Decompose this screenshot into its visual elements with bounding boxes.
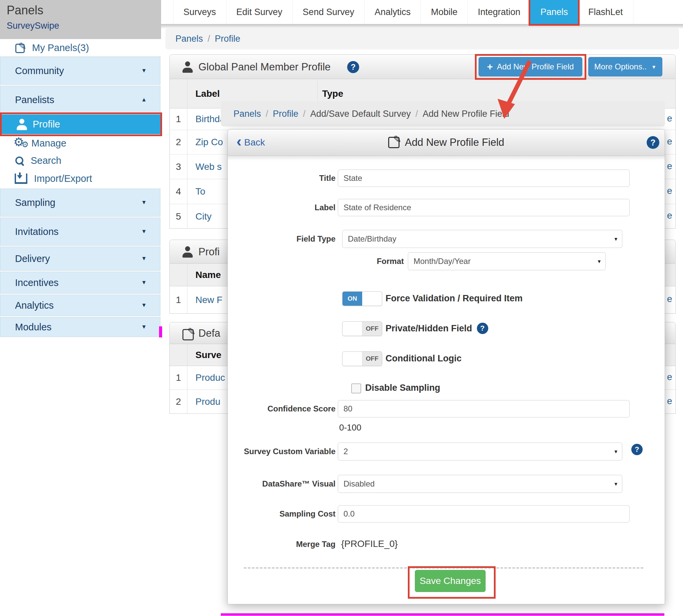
column-header-label: Label <box>196 79 220 108</box>
clipped-link-fragment[interactable]: e <box>667 210 672 221</box>
clipped-link-fragment[interactable]: e <box>667 396 672 406</box>
my-panels-label: My Panels(3) <box>32 39 89 57</box>
sidebar-item-search[interactable]: Search <box>0 152 161 169</box>
chevron-down-icon: ▼ <box>141 67 147 74</box>
chevron-down-icon: ▼ <box>141 279 147 286</box>
select-caret-icon: ▾ <box>614 448 617 455</box>
profiles-panel-title: Profi <box>199 240 220 264</box>
sidebar-section-modules[interactable]: Modules ▼ <box>0 317 160 337</box>
select-caret-icon: ▾ <box>614 481 617 487</box>
tab-send-survey[interactable]: Send Survey <box>293 0 365 24</box>
tab-surveys[interactable]: Surveys <box>173 0 226 24</box>
clipped-link-fragment[interactable]: e <box>667 372 672 382</box>
help-icon[interactable]: ? <box>647 136 659 149</box>
label-input[interactable] <box>338 199 630 216</box>
title-input[interactable] <box>338 170 630 187</box>
sidebar-subtitle: SurveySwipe <box>7 21 59 31</box>
sidebar-header: Panels SurveySwipe <box>0 0 161 39</box>
tab-analytics[interactable]: Analytics <box>364 0 420 24</box>
sidebar-section-invitations[interactable]: Invitations ▼ <box>0 218 160 246</box>
field-link[interactable]: Web s <box>196 161 222 172</box>
edit-icon: ✎ <box>182 329 194 340</box>
magenta-line <box>221 613 664 616</box>
chevron-down-icon: ▼ <box>141 302 147 309</box>
label-field-label: Label <box>228 203 336 212</box>
conditional-logic-label: Conditional Logic <box>386 351 461 366</box>
annotation-arrow <box>493 60 540 127</box>
field-link[interactable]: To <box>196 186 205 197</box>
help-icon[interactable]: ? <box>631 444 643 455</box>
sidebar-item-my-panels[interactable]: ✎ My Panels(3) <box>0 39 161 57</box>
sidebar-title: Panels <box>7 3 43 17</box>
column-header-survey: Surve <box>196 344 222 366</box>
page-title: Global Panel Member Profile <box>199 55 331 80</box>
breadcrumb-panels[interactable]: Panels <box>176 34 203 44</box>
sidebar-section-delivery[interactable]: Delivery ▼ <box>0 247 160 271</box>
format-label: Format <box>296 257 404 266</box>
custom-variable-select[interactable]: 2 ▾ <box>338 442 622 461</box>
help-icon[interactable]: ? <box>477 323 488 334</box>
survey-link[interactable]: Produc <box>196 372 225 383</box>
profile-use-link[interactable]: New F <box>196 295 223 305</box>
modal-breadcrumb-panels[interactable]: Panels <box>233 109 261 119</box>
chevron-down-icon: ▼ <box>141 324 147 330</box>
default-panel-title: Defa <box>199 322 220 344</box>
modal-breadcrumb-profile[interactable]: Profile <box>273 109 298 119</box>
chevron-down-icon: ▼ <box>141 255 147 262</box>
chevron-up-icon: ▲ <box>141 96 147 103</box>
sidebar-item-manage[interactable]: ⚙⚙ Manage <box>0 135 161 152</box>
tab-panels[interactable]: Panels <box>530 0 578 24</box>
sidebar-section-sampling[interactable]: Sampling ▼ <box>0 189 160 217</box>
sidebar-section-incentives[interactable]: Incentives ▼ <box>0 272 160 294</box>
private-hidden-toggle[interactable]: OFF <box>342 321 382 336</box>
clipped-link-fragment[interactable]: e <box>667 185 672 196</box>
tab-flashlet[interactable]: FlashLet <box>578 0 633 24</box>
format-select[interactable]: Month/Day/Year ▾ <box>408 252 606 270</box>
caret-down-icon: ▼ <box>651 64 656 70</box>
divider <box>244 567 643 569</box>
tab-integration[interactable]: Integration <box>468 0 530 24</box>
sampling-cost-label: Sampling Cost <box>228 509 336 519</box>
confidence-score-label: Confidence Score <box>228 404 336 414</box>
sidebar-section-analytics[interactable]: Analytics ▼ <box>0 295 160 316</box>
field-type-label: Field Type <box>228 234 336 244</box>
clipped-link-fragment[interactable]: e <box>667 136 672 147</box>
confidence-score-input[interactable] <box>338 400 630 417</box>
clipped-link-fragment[interactable]: e <box>667 161 672 172</box>
breadcrumb: Panels / Profile <box>165 28 679 49</box>
title-field-label: Title <box>228 174 336 183</box>
force-validation-toggle[interactable]: ON <box>342 291 382 306</box>
sidebar-item-profile[interactable]: Profile <box>0 114 161 134</box>
survey-link[interactable]: Produ <box>196 396 221 407</box>
sidebar-section-panelists[interactable]: Panelists ▲ <box>0 86 160 114</box>
clipped-link-fragment[interactable]: e <box>667 113 672 124</box>
clipped-link-fragment[interactable]: e <box>667 294 672 304</box>
merge-tag-label: Merge Tag <box>228 540 336 549</box>
search-icon <box>15 156 23 164</box>
field-link[interactable]: Zip Co <box>196 137 223 148</box>
modal-header: ‹ Back ✎ Add New Profile Field ? <box>228 130 665 156</box>
save-changes-button[interactable]: Save Changes <box>415 570 485 592</box>
datashare-select[interactable]: Disabled ▾ <box>338 475 622 493</box>
field-link[interactable]: City <box>196 211 211 222</box>
people-icon <box>182 246 194 258</box>
sidebar-section-community[interactable]: Community ▼ <box>0 57 160 85</box>
field-type-select[interactable]: Date/Birthday ▾ <box>342 230 622 248</box>
sampling-cost-input[interactable] <box>338 505 630 523</box>
breadcrumb-profile[interactable]: Profile <box>215 34 241 44</box>
help-icon[interactable]: ? <box>347 61 359 73</box>
magenta-marker <box>159 326 162 337</box>
private-hidden-label: Private/Hidden Field ? <box>386 321 488 335</box>
person-icon <box>182 61 194 73</box>
tab-edit-survey[interactable]: Edit Survey <box>226 0 293 24</box>
disable-sampling-checkbox[interactable] <box>351 383 361 393</box>
top-tabbar: Surveys Edit Survey Send Survey Analytic… <box>161 0 683 24</box>
datashare-label: DataShare™ Visual <box>228 479 336 488</box>
chevron-down-icon: ▼ <box>141 199 147 206</box>
sidebar-item-import-export[interactable]: Import/Export <box>0 170 161 188</box>
tab-mobile[interactable]: Mobile <box>420 0 468 24</box>
conditional-logic-toggle[interactable]: OFF <box>342 351 382 366</box>
edit-icon: ✎ <box>15 44 25 53</box>
merge-tag-value: {PROFILE_0} <box>341 538 398 549</box>
more-options-button[interactable]: More Options.. ▼ <box>588 57 662 76</box>
